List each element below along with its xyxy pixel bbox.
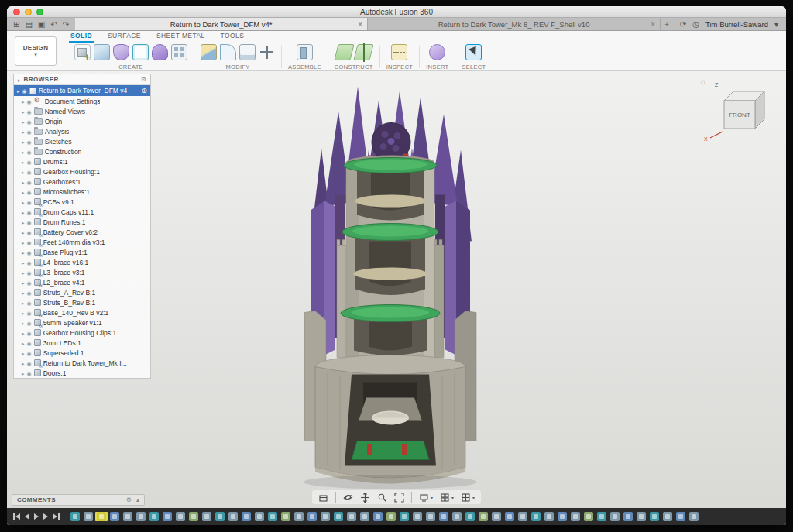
save-icon[interactable]: ▣ [38, 20, 45, 29]
visibility-eye-icon[interactable] [27, 279, 32, 287]
visibility-eye-icon[interactable] [27, 259, 32, 266]
browser-item[interactable]: Document Settings [14, 96, 150, 106]
visibility-eye-icon[interactable] [27, 128, 32, 136]
timeline-feature-icon[interactable] [334, 512, 343, 521]
timeline-feature-icon[interactable] [465, 512, 475, 521]
visibility-eye-icon[interactable] [27, 269, 32, 276]
disclosure-icon[interactable] [22, 158, 25, 166]
browser-item[interactable]: Base Plug v1:1 [14, 247, 150, 257]
timeline-feature-icon[interactable] [492, 512, 501, 521]
visibility-eye-icon[interactable] [27, 349, 32, 357]
disclosure-icon[interactable] [22, 138, 25, 146]
disclosure-icon[interactable] [22, 228, 25, 236]
play-button[interactable] [34, 513, 39, 520]
timeline-feature-icon[interactable] [413, 512, 422, 521]
timeline-feature-icon[interactable] [268, 512, 277, 521]
document-tab-inactive[interactable]: Return to Dark Tower_Mk 8_ REV F_Shell v… [368, 18, 661, 30]
browser-item[interactable]: Analysis [14, 126, 150, 136]
timeline-feature-icon[interactable] [189, 512, 198, 521]
disclosure-icon[interactable] [17, 87, 20, 94]
disclosure-icon[interactable] [22, 299, 25, 307]
timeline-feature-icon[interactable] [689, 512, 699, 521]
visibility-eye-icon[interactable] [27, 319, 32, 327]
browser-item[interactable]: Named Views [14, 106, 150, 116]
disclosure-icon[interactable] [22, 349, 25, 357]
visibility-eye-icon[interactable] [27, 309, 32, 317]
timeline-feature-icon[interactable] [386, 512, 396, 521]
pattern-icon[interactable] [171, 44, 187, 60]
visibility-eye-icon[interactable] [27, 369, 32, 377]
group-label[interactable]: SELECT [462, 63, 486, 70]
disclosure-icon[interactable] [22, 249, 25, 256]
browser-item[interactable]: 56mm Speaker v1:1 [14, 317, 150, 328]
view-cube[interactable]: ⌂ FRONT X Z [701, 76, 775, 142]
disclosure-icon[interactable] [22, 359, 25, 367]
select-icon[interactable] [465, 44, 482, 60]
browser-item[interactable]: L3_brace v3:1 [14, 267, 150, 277]
timeline-feature-icon[interactable] [149, 512, 159, 521]
timeline-feature-icon[interactable] [571, 512, 580, 521]
visibility-eye-icon[interactable] [27, 198, 32, 206]
browser-item[interactable]: PCBs v9:1 [14, 197, 150, 207]
browser-item[interactable]: 3mm LEDs:1 [14, 338, 150, 348]
timeline-feature-icon[interactable] [531, 512, 541, 521]
visibility-eye-icon[interactable] [27, 118, 32, 125]
browser-item[interactable]: Drums:1 [14, 156, 150, 166]
timeline-feature-icon[interactable] [400, 512, 409, 521]
timeline-feature-icon[interactable] [452, 512, 462, 521]
app-menu-icon[interactable]: ⊞ [13, 20, 19, 29]
timeline-feature-icon[interactable] [97, 512, 106, 521]
browser-item[interactable]: Drum Caps v11:1 [14, 207, 150, 217]
go-to-start-button[interactable] [13, 513, 20, 520]
visibility-eye-icon[interactable] [27, 98, 32, 105]
browser-item[interactable]: Struts_B_Rev B:1 [14, 297, 150, 307]
timeline-feature-icon[interactable] [597, 512, 606, 521]
timeline-feature-icon[interactable] [479, 512, 488, 521]
timeline-feature-icon[interactable] [347, 512, 356, 521]
shell-icon[interactable] [239, 44, 256, 60]
browser-item[interactable]: Construction [14, 146, 150, 156]
undo-icon[interactable]: ↶ [50, 20, 57, 29]
home-view-icon[interactable]: ⌂ [701, 77, 705, 86]
pan-icon[interactable] [360, 493, 370, 503]
close-tab-icon[interactable]: × [358, 20, 362, 29]
redo-icon[interactable]: ↷ [63, 20, 69, 29]
timeline-feature-icon[interactable] [584, 512, 593, 521]
browser-item[interactable]: Gearboxes:1 [14, 177, 150, 187]
visibility-eye-icon[interactable] [27, 168, 32, 176]
file-icon[interactable]: ▤ [25, 20, 32, 29]
browser-item[interactable]: Feet 140mm dia v3:1 [14, 237, 150, 247]
visibility-eye-icon[interactable] [27, 249, 32, 256]
group-label[interactable]: INSPECT [386, 63, 414, 70]
timeline-feature-icon[interactable] [558, 512, 567, 521]
timeline-feature-icon[interactable] [360, 512, 369, 521]
display-settings-icon[interactable]: ▾ [419, 493, 433, 503]
browser-item[interactable]: Base_140_Rev B v2:1 [14, 307, 150, 317]
step-forward-button[interactable] [43, 513, 48, 520]
press-pull-icon[interactable] [201, 44, 217, 60]
browser-item[interactable]: Battery Cover v6:2 [14, 227, 150, 237]
group-label[interactable]: INSERT [426, 63, 448, 70]
new-component-icon[interactable] [74, 44, 91, 60]
construction-axis-icon[interactable] [353, 44, 373, 60]
step-back-button[interactable] [25, 513, 29, 520]
group-label[interactable]: ASSEMBLE [288, 63, 321, 70]
timeline-feature-icon[interactable] [307, 512, 317, 521]
group-label[interactable]: CONSTRUCT [335, 63, 373, 70]
browser-item[interactable]: Superseded:1 [14, 348, 150, 358]
browser-root-item[interactable]: Return to Dark Tower_DFM v4 ⊕ [14, 85, 150, 96]
timeline-feature-icon[interactable] [623, 512, 633, 521]
timeline-feature-icon[interactable] [426, 512, 435, 521]
disclosure-icon[interactable] [22, 218, 25, 226]
ribbon-tab[interactable]: SHEET METAL [155, 32, 207, 43]
timeline-feature-icon[interactable] [281, 512, 290, 521]
timeline-feature-icon[interactable] [255, 512, 264, 521]
collapse-icon[interactable]: ▴ [136, 496, 139, 503]
timeline-feature-icon[interactable] [228, 512, 238, 521]
timeline-feature-icon[interactable] [321, 512, 330, 521]
browser-item[interactable]: L2_brace v4:1 [14, 277, 150, 287]
disclosure-icon[interactable] [22, 339, 25, 347]
disclosure-icon[interactable] [22, 239, 25, 246]
visibility-eye-icon[interactable] [27, 158, 32, 166]
timeline-feature-icon[interactable] [294, 512, 304, 521]
